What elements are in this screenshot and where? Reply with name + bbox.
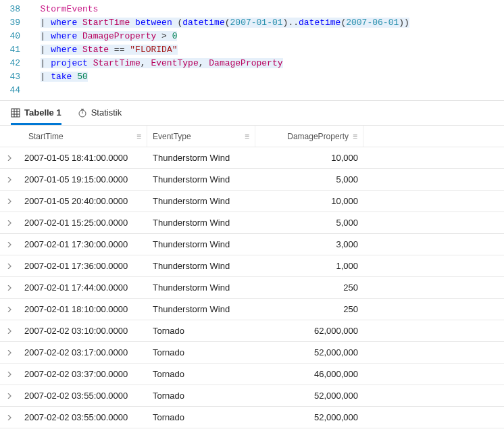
code-content[interactable]: | where State == "FLORIDA" — [30, 43, 504, 57]
expand-row-icon[interactable] — [0, 350, 19, 355]
tab-table[interactable]: Tabelle 1 — [11, 107, 61, 125]
table-row[interactable]: 2007-02-02 03:10:00.0000Tornado62,000,00… — [0, 320, 504, 342]
code-content[interactable] — [30, 84, 504, 97]
cell-starttime: 2007-02-01 17:30:00.0000 — [19, 239, 147, 249]
cell-eventtype: Thunderstorm Wind — [147, 196, 255, 206]
stopwatch-icon — [78, 108, 87, 118]
expand-row-icon[interactable] — [0, 177, 19, 182]
cell-damageproperty: 1,000 — [255, 261, 363, 271]
results-tabs: Tabelle 1 Statistik — [0, 101, 504, 126]
cell-eventtype: Tornado — [147, 391, 255, 401]
code-line[interactable]: 39 | where StartTime between (datetime(2… — [0, 16, 504, 30]
cell-eventtype: Thunderstorm Wind — [147, 174, 255, 184]
cell-damageproperty: 52,000,000 — [255, 347, 363, 357]
expand-row-icon[interactable] — [0, 155, 19, 161]
cell-eventtype: Tornado — [147, 369, 255, 379]
expand-row-icon[interactable] — [0, 328, 19, 334]
code-line[interactable]: 44 — [0, 84, 504, 97]
table-icon — [11, 108, 20, 118]
cell-damageproperty: 5,000 — [255, 174, 363, 184]
code-content[interactable]: StormEvents — [30, 3, 504, 16]
code-content[interactable]: | take 50 — [30, 70, 504, 84]
column-header-label: EventType — [153, 132, 191, 141]
cell-damageproperty: 10,000 — [255, 196, 363, 206]
column-header-label: StartTime — [28, 132, 64, 141]
expand-row-icon[interactable] — [0, 242, 19, 247]
expand-row-icon[interactable] — [0, 264, 19, 269]
line-number: 38 — [0, 3, 30, 16]
cell-eventtype: Thunderstorm Wind — [147, 218, 255, 228]
cell-eventtype: Tornado — [147, 326, 255, 336]
column-header-damageproperty[interactable]: DamageProperty ≡ — [255, 126, 363, 147]
cell-damageproperty: 62,000,000 — [255, 326, 363, 336]
table-row[interactable]: 2007-02-02 03:55:00.0000Tornado52,000,00… — [0, 385, 504, 407]
cell-starttime: 2007-02-01 18:10:00.0000 — [19, 304, 147, 314]
column-menu-icon[interactable]: ≡ — [245, 132, 249, 141]
cell-starttime: 2007-02-02 03:17:00.0000 — [19, 347, 147, 357]
code-content[interactable]: | where StartTime between (datetime(2007… — [30, 16, 504, 30]
cell-damageproperty: 52,000,000 — [255, 391, 363, 401]
cell-starttime: 2007-02-02 03:55:00.0000 — [19, 412, 147, 422]
cell-starttime: 2007-01-05 18:41:00.0000 — [19, 153, 147, 163]
expand-row-icon[interactable] — [0, 393, 19, 399]
line-number: 39 — [0, 16, 30, 30]
table-row[interactable]: 2007-02-01 18:10:00.0000Thunderstorm Win… — [0, 299, 504, 320]
table-row[interactable]: 2007-02-02 03:37:00.0000Tornado46,000,00… — [0, 364, 504, 385]
table-row[interactable]: 2007-02-01 17:30:00.0000Thunderstorm Win… — [0, 234, 504, 255]
cell-eventtype: Thunderstorm Wind — [147, 282, 255, 293]
tab-table-label: Tabelle 1 — [24, 107, 61, 118]
expand-row-icon[interactable] — [0, 220, 19, 226]
code-line[interactable]: 43 | take 50 — [0, 70, 504, 84]
column-header-starttime[interactable]: StartTime ≡ — [19, 126, 147, 147]
table-row[interactable]: 2007-02-02 03:17:00.0000Tornado52,000,00… — [0, 342, 504, 364]
column-menu-icon[interactable]: ≡ — [136, 132, 141, 141]
cell-eventtype: Tornado — [147, 412, 255, 422]
cell-damageproperty: 250 — [255, 282, 363, 293]
expand-row-icon[interactable] — [0, 372, 19, 377]
code-line[interactable]: 42 | project StartTime, EventType, Damag… — [0, 57, 504, 70]
column-menu-icon[interactable]: ≡ — [353, 132, 357, 141]
cell-starttime: 2007-02-02 03:10:00.0000 — [19, 326, 147, 336]
code-content[interactable]: | where DamageProperty > 0 — [30, 30, 504, 43]
table-row[interactable]: 2007-02-01 17:36:00.0000Thunderstorm Win… — [0, 255, 504, 277]
code-line[interactable]: 38 StormEvents — [0, 3, 504, 16]
expand-row-icon[interactable] — [0, 415, 19, 420]
column-header-eventtype[interactable]: EventType ≡ — [147, 126, 255, 147]
cell-damageproperty: 3,000 — [255, 239, 363, 249]
line-number: 43 — [0, 70, 30, 84]
cell-starttime: 2007-01-05 20:40:00.0000 — [19, 196, 147, 206]
cell-eventtype: Thunderstorm Wind — [147, 304, 255, 314]
results-grid: StartTime ≡ EventType ≡ DamageProperty ≡… — [0, 126, 504, 428]
svg-rect-0 — [11, 109, 20, 117]
cell-starttime: 2007-02-01 15:25:00.0000 — [19, 218, 147, 228]
tab-statistics[interactable]: Statistik — [78, 107, 122, 125]
query-editor[interactable]: 38 StormEvents39 | where StartTime betwe… — [0, 0, 504, 101]
table-row[interactable]: 2007-01-05 20:40:00.0000Thunderstorm Win… — [0, 191, 504, 212]
line-number: 40 — [0, 30, 30, 43]
cell-damageproperty: 250 — [255, 304, 363, 314]
line-number: 44 — [0, 84, 30, 97]
expand-row-icon[interactable] — [0, 307, 19, 312]
expand-row-icon[interactable] — [0, 285, 19, 291]
cell-eventtype: Thunderstorm Wind — [147, 153, 255, 163]
cell-eventtype: Thunderstorm Wind — [147, 239, 255, 249]
cell-starttime: 2007-01-05 19:15:00.0000 — [19, 174, 147, 184]
table-row[interactable]: 2007-02-01 17:44:00.0000Thunderstorm Win… — [0, 277, 504, 299]
column-header-label: DamageProperty — [287, 132, 349, 141]
cell-damageproperty: 52,000,000 — [255, 412, 363, 422]
table-row[interactable]: 2007-02-02 03:55:00.0000Tornado52,000,00… — [0, 407, 504, 428]
code-line[interactable]: 41 | where State == "FLORIDA" — [0, 43, 504, 57]
cell-starttime: 2007-02-01 17:44:00.0000 — [19, 282, 147, 293]
code-content[interactable]: | project StartTime, EventType, DamagePr… — [30, 57, 504, 70]
code-line[interactable]: 40 | where DamageProperty > 0 — [0, 30, 504, 43]
expand-row-icon[interactable] — [0, 199, 19, 204]
cell-starttime: 2007-02-02 03:55:00.0000 — [19, 391, 147, 401]
cell-damageproperty: 5,000 — [255, 218, 363, 228]
cell-starttime: 2007-02-02 03:37:00.0000 — [19, 369, 147, 379]
cell-eventtype: Tornado — [147, 347, 255, 357]
cell-starttime: 2007-02-01 17:36:00.0000 — [19, 261, 147, 271]
table-row[interactable]: 2007-01-05 18:41:00.0000Thunderstorm Win… — [0, 147, 504, 169]
table-row[interactable]: 2007-02-01 15:25:00.0000Thunderstorm Win… — [0, 212, 504, 234]
line-number: 42 — [0, 57, 30, 70]
table-row[interactable]: 2007-01-05 19:15:00.0000Thunderstorm Win… — [0, 169, 504, 191]
